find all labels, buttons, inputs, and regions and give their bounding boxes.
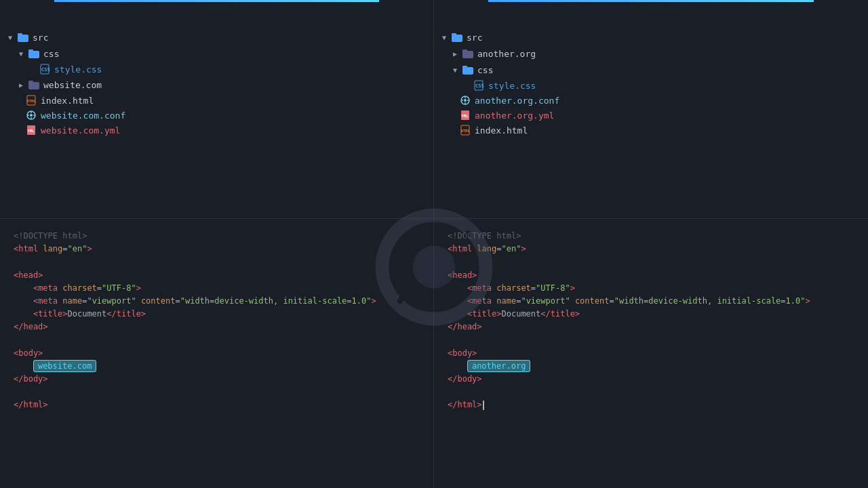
left-style-css-label: style.css: [54, 64, 102, 75]
right-code-14: </html>: [448, 399, 854, 411]
css-file-icon-left: CSS: [39, 64, 50, 75]
right-file-tree: src another.org css: [434, 2, 868, 219]
svg-rect-7: [28, 81, 33, 83]
right-code-4: <head>: [448, 269, 854, 282]
left-code-2: <html lang="en">: [14, 243, 420, 256]
conf-file-icon-left: [26, 110, 37, 121]
svg-rect-23: [462, 66, 467, 68]
left-file-tree: src css CSS style.css: [0, 2, 433, 219]
left-code-13: [14, 386, 420, 399]
left-website-conf-label: website.com.conf: [41, 110, 125, 121]
left-code-area: <!DOCTYPE html> <html lang="en"> <head> …: [0, 219, 433, 488]
left-code-14: </html>: [14, 399, 420, 411]
right-index-html-label: index.html: [475, 125, 528, 136]
right-tree-another-yml[interactable]: YML another.org.yml: [434, 108, 868, 123]
right-highlight-text: another.org: [467, 360, 530, 372]
right-tree-index-html[interactable]: HTML index.html: [434, 123, 868, 138]
css-file-icon-right: CSS: [473, 80, 484, 91]
svg-text:CSS: CSS: [41, 67, 50, 73]
left-code-11: website.com: [14, 360, 420, 373]
right-panel: src another.org css: [434, 0, 868, 488]
chevron-css-left: [16, 49, 26, 58]
right-tree-style-css[interactable]: CSS style.css: [434, 78, 868, 93]
left-website-yml-label: website.com.yml: [41, 125, 120, 136]
right-another-org-label: another.org: [477, 49, 536, 59]
left-tree-index-html[interactable]: HTML index.html: [0, 93, 433, 108]
left-highlight-text: website.com: [33, 360, 96, 372]
left-src-label: src: [33, 33, 48, 43]
main-content: src css CSS style.css: [0, 0, 868, 488]
html-file-icon-right: HTML: [460, 125, 471, 136]
left-css-label: css: [43, 49, 59, 59]
right-code-11: another.org: [448, 360, 854, 373]
left-index-html-label: index.html: [41, 96, 94, 106]
conf-file-icon-right: [460, 95, 471, 106]
folder-another-org-icon: [462, 47, 474, 60]
svg-text:YML: YML: [462, 114, 469, 118]
right-tree-src[interactable]: src: [434, 29, 868, 45]
left-code-6: <meta name="viewport" content="width=dev…: [14, 295, 420, 308]
left-code-10: <body>: [14, 347, 420, 360]
folder-website-icon: [28, 79, 40, 91]
right-code-3: [448, 256, 854, 268]
right-tree-css[interactable]: css: [434, 62, 868, 78]
chevron-src-right: [439, 33, 449, 42]
yml-file-icon-right: YML: [460, 110, 471, 121]
right-tree-another-org[interactable]: another.org: [434, 45, 868, 62]
left-tree-website-conf[interactable]: website.com.conf: [0, 108, 433, 123]
right-code-5: <meta charset="UTF-8">: [448, 282, 854, 295]
chevron-website-left: [16, 80, 26, 89]
left-code-1: <!DOCTYPE html>: [14, 230, 420, 243]
left-code-3: [14, 256, 420, 268]
html-file-icon-left: HTML: [26, 95, 37, 106]
right-code-9: [448, 334, 854, 347]
right-src-label: src: [467, 33, 482, 43]
svg-point-27: [464, 99, 467, 102]
left-code-5: <meta charset="UTF-8">: [14, 282, 420, 295]
right-code-7: <title>Document</title>: [448, 308, 854, 321]
right-code-6: <meta name="viewport" content="width=dev…: [448, 295, 854, 308]
left-panel: src css CSS style.css: [0, 0, 434, 488]
right-code-2: <html lang="en">: [448, 243, 854, 256]
left-tree-style-css[interactable]: CSS style.css: [0, 62, 433, 77]
svg-text:YML: YML: [28, 129, 35, 133]
right-code-area: <!DOCTYPE html> <html lang="en"> <head> …: [434, 219, 868, 488]
folder-css-right-icon: [462, 64, 474, 76]
right-style-css-label: style.css: [488, 81, 536, 91]
svg-text:HTML: HTML: [461, 129, 471, 133]
right-code-12: </body>: [448, 373, 854, 386]
yml-file-icon-left: YML: [26, 125, 37, 136]
left-code-7: <title>Document</title>: [14, 308, 420, 321]
left-code-9: [14, 334, 420, 347]
right-code-8: </head>: [448, 321, 854, 333]
folder-css-left-icon: [28, 47, 40, 60]
right-code-10: <body>: [448, 347, 854, 360]
left-website-label: website.com: [43, 80, 102, 90]
svg-point-11: [30, 114, 33, 117]
folder-src-left-icon: [17, 31, 29, 43]
left-tree-src[interactable]: src: [0, 29, 433, 45]
left-tree-website[interactable]: website.com: [0, 77, 433, 93]
svg-rect-1: [18, 33, 22, 36]
left-code-12: </body>: [14, 373, 420, 386]
right-another-conf-label: another.org.conf: [475, 96, 559, 106]
svg-rect-21: [462, 49, 467, 52]
left-code-8: </head>: [14, 321, 420, 333]
chevron-src-left: [5, 33, 15, 42]
svg-rect-19: [452, 33, 456, 36]
right-another-yml-label: another.org.yml: [475, 110, 554, 121]
right-css-label: css: [477, 65, 493, 75]
left-tree-website-yml[interactable]: YML website.com.yml: [0, 123, 433, 138]
right-tree-another-conf[interactable]: another.org.conf: [434, 93, 868, 108]
right-code-13: [448, 386, 854, 399]
chevron-another-right: [450, 49, 460, 58]
left-code-4: <head>: [14, 269, 420, 282]
svg-text:CSS: CSS: [475, 83, 484, 89]
svg-rect-3: [28, 49, 33, 52]
svg-text:HTML: HTML: [27, 99, 37, 103]
right-code-1: <!DOCTYPE html>: [448, 230, 854, 243]
left-tree-css[interactable]: css: [0, 45, 433, 62]
chevron-css-right: [450, 65, 460, 75]
folder-src-right-icon: [451, 31, 463, 43]
